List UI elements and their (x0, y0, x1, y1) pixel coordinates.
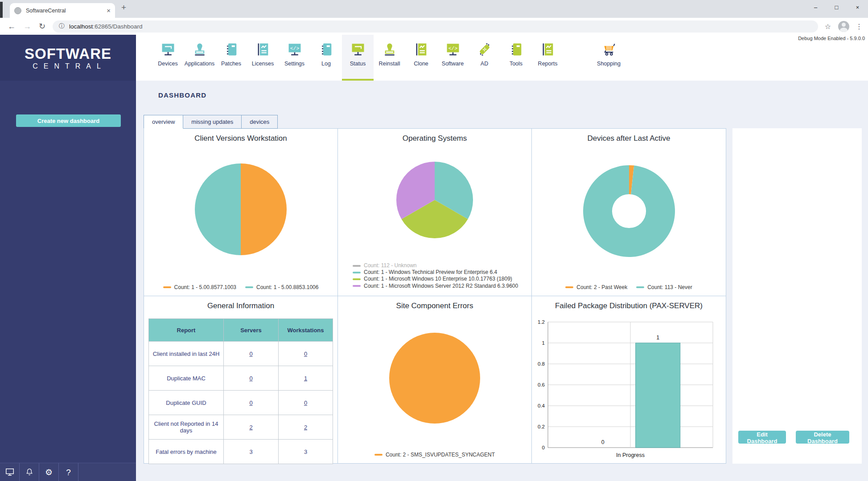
panel-title: Site Component Errors (338, 302, 531, 310)
url-input[interactable]: ⓘ localhost:62865/Dashboard (53, 20, 818, 33)
table-row: Duplicate MAC01 (149, 366, 333, 391)
edit-dashboard-button[interactable]: Edit Dashboard (738, 431, 786, 444)
svg-text:1: 1 (656, 334, 659, 341)
nav-item-ad[interactable]: AD (469, 35, 500, 81)
tab-missing-updates[interactable]: missing updates (183, 115, 242, 129)
help-question-icon[interactable]: ? (59, 463, 78, 481)
stamp-icon (192, 42, 207, 57)
dashboard-panels: Client Versions Workstation Count: 1 - 5… (144, 128, 726, 464)
chart-legend: Count: 112 - UnknownCount: 1 - Windows T… (353, 263, 522, 289)
report-count-link[interactable]: 0 (304, 399, 307, 406)
svg-text:0.8: 0.8 (538, 361, 545, 367)
browser-menu-icon[interactable]: ⋮ (856, 22, 863, 31)
report-count-link[interactable]: 1 (304, 375, 307, 382)
svg-text:</>: </> (448, 46, 457, 51)
general-information-table: ReportServersWorkstations Client install… (148, 318, 333, 464)
notebook-icon (319, 42, 334, 57)
forward-icon[interactable]: → (23, 22, 31, 30)
nav-item-reports[interactable]: Reports (532, 35, 564, 81)
create-new-dashboard-button[interactable]: Create new dashboard (16, 114, 121, 127)
legend-item[interactable]: Count: 2 - SMS_ISVUPDATES_SYNCAGENT (374, 452, 495, 458)
devices-last-active-donut-chart (582, 164, 676, 260)
panel-title: Devices after Last Active (532, 134, 726, 143)
panel-general-information: General Information ReportServersWorksta… (144, 296, 338, 463)
page-title: DASHBOARD (158, 91, 206, 99)
legend-item[interactable]: Count: 112 - Unknown (353, 263, 417, 269)
report-count-link[interactable]: 0 (249, 351, 252, 357)
reload-icon[interactable]: ↻ (39, 22, 45, 30)
legend-item[interactable]: Count: 113 - Never (636, 285, 692, 290)
nav-item-log[interactable]: Log (310, 35, 342, 81)
notebook-icon (509, 42, 524, 57)
svg-text:In Progress: In Progress (616, 452, 645, 458)
nav-item-settings[interactable]: </>Settings (279, 35, 310, 81)
devices-monitor-icon[interactable] (0, 463, 20, 481)
tab-overview[interactable]: overview (144, 115, 183, 129)
browser-tab[interactable]: SoftwareCentral × (10, 3, 115, 18)
new-tab-button[interactable]: + (121, 3, 126, 12)
debug-mode-text: Debug Mode Enabled - 5.9.0.0 (798, 36, 865, 41)
settings-gear-icon[interactable]: ⚙ (39, 463, 59, 481)
nav-item-licenses[interactable]: Licenses (247, 35, 279, 81)
close-icon[interactable]: × (847, 0, 868, 15)
report-icon (255, 42, 271, 57)
svg-text:1: 1 (542, 340, 545, 346)
window-controls: – □ × (805, 0, 868, 15)
back-icon[interactable]: ← (8, 22, 16, 30)
nav-item-devices[interactable]: Devices (152, 35, 184, 81)
panel-title: General Information (144, 302, 337, 310)
legend-item[interactable]: Count: 1 - 5.00.8853.1006 (245, 285, 318, 290)
nav-item-applications[interactable]: Applications (184, 35, 215, 81)
nav-item-tools[interactable]: Tools (500, 35, 532, 81)
report-icon (414, 42, 429, 57)
legend-item[interactable]: Count: 1 - Microsoft Windows 10 Enterpri… (353, 276, 512, 282)
bandage-icon (477, 42, 492, 57)
panel-client-versions: Client Versions Workstation Count: 1 - 5… (144, 129, 338, 296)
minimize-icon[interactable]: – (805, 0, 826, 15)
legend-swatch (163, 286, 171, 288)
bookmark-star-icon[interactable]: ☆ (825, 22, 831, 31)
table-row: Duplicate GUID00 (149, 391, 333, 415)
legend-swatch (353, 285, 361, 287)
report-count-link[interactable]: 2 (249, 424, 252, 431)
logo-line2: CENTRAL (0, 63, 136, 70)
report-count-link[interactable]: 0 (304, 351, 307, 357)
panel-title: Failed Package Distribution (PAX-SERVER) (532, 302, 726, 310)
legend-item[interactable]: Count: 1 - Microsoft Windows Server 2012… (353, 283, 518, 289)
legend-swatch (636, 286, 644, 288)
report-count-link[interactable]: 0 (249, 375, 252, 382)
sidebar-bottom-bar: ⚙ ? (0, 463, 136, 481)
tab-close-icon[interactable]: × (107, 7, 111, 14)
legend-swatch (245, 286, 253, 288)
nav-item-patches[interactable]: Patches (215, 35, 247, 81)
panel-failed-package-distribution: Failed Package Distribution (PAX-SERVER)… (532, 296, 726, 463)
site-info-icon[interactable]: ⓘ (59, 22, 65, 30)
legend-item[interactable]: Count: 2 - Past Week (565, 285, 627, 290)
legend-item[interactable]: Count: 1 - 5.00.8577.1003 (163, 285, 236, 290)
report-count-link[interactable]: 0 (249, 399, 252, 406)
legend-item[interactable]: Count: 1 - Windows Technical Preview for… (353, 269, 497, 275)
svg-text:0.2: 0.2 (538, 424, 545, 429)
chart-legend: Count: 1 - 5.00.8577.1003Count: 1 - 5.00… (144, 285, 337, 290)
table-header-row: ReportServersWorkstations (149, 319, 333, 342)
tab-title: SoftwareCentral (26, 8, 107, 14)
maximize-icon[interactable]: □ (826, 0, 847, 15)
delete-dashboard-button[interactable]: Delete Dashboard (796, 431, 849, 444)
favicon-icon (14, 7, 21, 14)
svg-text:</>: </> (290, 46, 299, 51)
logo-line1: SOFTWARE (0, 46, 136, 61)
nav-item-status[interactable]: Status (342, 35, 374, 81)
legend-swatch (353, 272, 361, 273)
notifications-bell-icon[interactable] (20, 463, 39, 481)
profile-avatar[interactable] (838, 21, 849, 32)
nav-item-reinstall[interactable]: Reinstall (374, 35, 405, 81)
nav-item-shopping[interactable]: Shopping (593, 35, 625, 81)
window-edge (0, 2, 3, 18)
legend-swatch (353, 265, 361, 267)
panel-operating-systems: Operating Systems Count: 112 - UnknownCo… (338, 129, 532, 296)
tab-devices[interactable]: devices (241, 115, 278, 129)
cart-icon (601, 42, 617, 57)
nav-item-software[interactable]: </>Software (437, 35, 469, 81)
nav-item-clone[interactable]: Clone (405, 35, 437, 81)
report-count-link[interactable]: 2 (304, 424, 307, 431)
